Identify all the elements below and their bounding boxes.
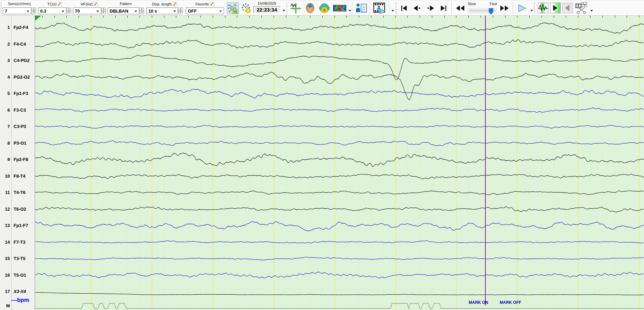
channel-row[interactable]: 2F4-C4 — [0, 42, 35, 47]
channel-row[interactable]: 8P3-O1 — [0, 141, 35, 146]
channel-row[interactable]: 10F8-T4 — [0, 174, 35, 179]
channel-row[interactable]: 15T3-T5 — [0, 256, 35, 262]
patient-info-button[interactable] — [355, 2, 368, 14]
head-3d-map-button[interactable] — [304, 2, 317, 14]
channel-label: F3-C3 — [14, 108, 26, 113]
next-page-button[interactable] — [425, 2, 436, 14]
channel-label: P3-O1 — [14, 141, 27, 146]
channel-number: 3 — [0, 58, 10, 63]
waveform-area[interactable]: MARK ONMARK OFF — [35, 16, 644, 310]
spin-up-icon[interactable]: ▲ — [67, 7, 71, 11]
edit-pencil-icon[interactable] — [210, 2, 214, 7]
toolbar-grip[interactable] — [1, 2, 2, 14]
channel-number: 11 — [0, 190, 10, 195]
overflow-chevron-icon[interactable] — [349, 10, 351, 12]
channel-row[interactable]: 6F3-C3 — [0, 108, 35, 113]
hf-label: HF(Hz) — [81, 2, 93, 6]
channel-label: F8-T4 — [14, 174, 26, 179]
topo-map-button[interactable] — [318, 2, 331, 14]
spin-down-icon[interactable]: ▼ — [101, 11, 106, 14]
channel-row[interactable]: 9Fp2-F8 — [0, 157, 35, 163]
hf-spinner[interactable]: ▲▼ — [101, 7, 106, 14]
disp-length-label: Disp. length — [152, 2, 172, 6]
spin-up-icon[interactable]: ▲ — [178, 7, 183, 11]
sens-spinner[interactable]: ▲▼ — [32, 7, 36, 14]
wave-mode-button[interactable] — [538, 3, 548, 13]
time-display[interactable]: 22:23:34 — [253, 6, 280, 13]
event-annotation: MARK OFF — [500, 300, 521, 305]
channel-number: 4 — [0, 75, 10, 80]
overflow-chevron-icon[interactable] — [283, 10, 285, 12]
channel-label: Fp2-F8 — [14, 157, 28, 162]
toolbar-grip[interactable] — [534, 2, 535, 14]
last-page-button[interactable] — [438, 2, 449, 14]
edit-pencil-icon[interactable] — [58, 2, 62, 7]
speed-slider-handle[interactable] — [489, 8, 493, 15]
page-play-button[interactable] — [550, 3, 561, 13]
tc-spinner[interactable]: ▲▼ — [67, 7, 71, 14]
rewind-button[interactable] — [454, 2, 466, 14]
channel-row[interactable]: 17X3-X4 — [0, 289, 35, 295]
notch-filter-button[interactable]: 50 — [227, 2, 239, 14]
wave-review-button[interactable] — [289, 2, 302, 14]
channel-number: 6 — [0, 108, 10, 113]
channel-row[interactable]: 5Fp1-F3 — [0, 91, 35, 97]
video-clip-button[interactable] — [575, 2, 589, 14]
heart-rate-label: ---bpm — [11, 297, 29, 304]
channel-row[interactable]: 4PG2-O2 — [0, 75, 35, 80]
channel-row[interactable]: 7C3-P3 — [0, 124, 35, 130]
video-button[interactable] — [372, 2, 387, 14]
channel-row[interactable]: 16T5-O1 — [0, 273, 35, 278]
overflow-chevron-icon[interactable] — [391, 10, 394, 12]
spin-up-icon[interactable]: ▲ — [32, 7, 36, 11]
spin-down-icon[interactable]: ▼ — [67, 11, 71, 14]
disp-length-combobox[interactable]: 10 s — [146, 7, 178, 14]
speed-slider-track[interactable] — [468, 8, 497, 14]
montage-settings-button[interactable] — [240, 2, 252, 14]
channel-row[interactable]: 11T4-T6 — [0, 190, 35, 196]
toolbar-grip[interactable] — [396, 2, 397, 14]
channel-label: T4-T6 — [14, 190, 26, 195]
channel-number: 7 — [0, 124, 10, 129]
favorite-combobox[interactable]: OFF — [186, 7, 224, 14]
play-button[interactable] — [516, 2, 528, 14]
time-cursor[interactable] — [485, 16, 486, 306]
spin-down-icon[interactable]: ▼ — [178, 11, 183, 14]
channel-label: X3-X4 — [14, 289, 26, 294]
channel-number: 8 — [0, 141, 10, 146]
pattern-group: Pattern DBLBAN ▲▼ — [108, 1, 144, 15]
channel-row[interactable]: 12T6-O2 — [0, 207, 35, 212]
spin-down-icon[interactable]: ▼ — [140, 11, 144, 14]
channel-row[interactable]: 3C4-PG2 — [0, 58, 35, 64]
channel-row[interactable]: 14F7-T3 — [0, 240, 35, 245]
disp-length-spinner[interactable]: ▲▼ — [178, 7, 183, 14]
chevron-down-icon — [173, 11, 176, 12]
prev-page-button[interactable] — [411, 2, 423, 14]
spin-down-icon[interactable]: ▼ — [32, 11, 36, 14]
hf-combobox[interactable]: 70 — [73, 7, 101, 14]
edit-pencil-icon[interactable] — [173, 2, 177, 7]
channel-label: C3-P3 — [14, 124, 26, 129]
sens-combobox[interactable]: 7 — [3, 7, 31, 14]
channel-row[interactable]: 1Fp2-F4 — [0, 25, 35, 31]
channel-row[interactable]: 13Fp1-F7 — [0, 223, 35, 229]
edit-pencil-icon[interactable] — [94, 2, 98, 7]
first-page-button[interactable] — [399, 2, 409, 14]
spin-up-icon[interactable]: ▲ — [101, 7, 106, 11]
overflow-chevron-icon[interactable] — [530, 10, 533, 12]
disp-length-group: Disp. length 10 s ▲▼ — [146, 1, 183, 15]
fast-forward-button[interactable] — [498, 2, 511, 14]
pattern-spinner[interactable]: ▲▼ — [140, 7, 144, 14]
chevron-down-icon — [62, 11, 64, 12]
pattern-label: Pattern — [108, 2, 144, 6]
channel-label: T3-T5 — [14, 256, 26, 261]
spectrogram-button[interactable] — [332, 2, 347, 14]
separator — [370, 2, 370, 15]
channel-number: 1 — [0, 25, 10, 30]
overflow-chevron-icon[interactable] — [590, 10, 593, 12]
spin-up-icon[interactable]: ▲ — [140, 7, 144, 11]
tc-combobox[interactable]: 0.3 — [38, 7, 66, 14]
pattern-combobox[interactable]: DBLBAN — [108, 7, 139, 14]
fast-label: Fast — [490, 2, 497, 6]
eeg-traces-canvas[interactable] — [35, 16, 644, 310]
